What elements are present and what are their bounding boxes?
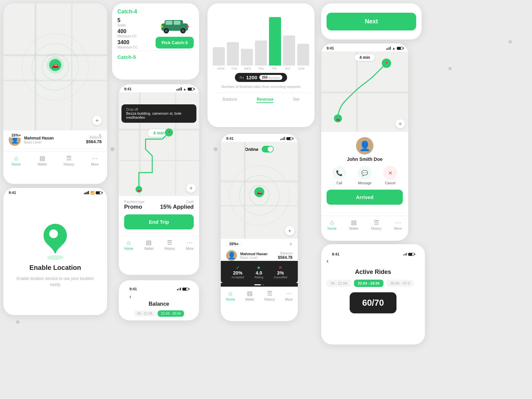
nav-history-label: History (64, 163, 74, 166)
payment-type: Promo (124, 204, 145, 210)
nav-history[interactable]: ☰ History (165, 239, 175, 251)
call-icon: 📞 (336, 170, 343, 176)
status-bar: 9:41 ▲ (119, 84, 199, 92)
pick-catch-button[interactable]: Pick Catch-3 (156, 37, 194, 48)
status-bar: 9:41 ▲ (321, 43, 408, 52)
signal-icon (280, 137, 285, 140)
battery-icon (397, 47, 403, 50)
date-tab-1[interactable]: 04 - 21.04 (134, 310, 156, 317)
nav-more[interactable]: ⋯ More (394, 219, 402, 230)
nav-home[interactable]: ⌂ Home (12, 155, 21, 166)
history-icon: ☰ (167, 239, 172, 246)
date-tab-1[interactable]: 04 - 21.04 (327, 280, 351, 287)
earnings-badge: Rs 1200 250 Bonuses (235, 73, 287, 82)
nav-more[interactable]: ⋯ More (186, 239, 194, 251)
rating-value: 4.0 (255, 270, 263, 276)
max-cc-value: 3400 (117, 39, 150, 45)
earn-main: 1200 (246, 75, 257, 80)
chart-label-6: SUN (294, 67, 308, 70)
svg-point-5 (165, 29, 168, 32)
card-revenue-chart: MONTUEWEDTHUFRISATSUN Rs 1200 250 Bonuse… (207, 3, 315, 127)
message-button[interactable]: 💬 Message (358, 166, 372, 185)
zoom-button[interactable]: ＋ (186, 183, 196, 193)
chart-bar-wrap-5 (283, 35, 295, 66)
home-icon: ⌂ (14, 155, 18, 162)
battery-icon (96, 191, 102, 194)
chart-bar-wrap-1 (227, 42, 239, 66)
accepted-label: Accepted (232, 276, 244, 279)
nav-history[interactable]: ☰ History (371, 219, 381, 230)
nav-more-label: More (285, 298, 293, 301)
signal-icon (386, 46, 391, 50)
wifi-icon: ▲ (392, 46, 395, 50)
cancel-button[interactable]: ✕ Cancel (383, 166, 397, 185)
nav-history[interactable]: ☰ History (264, 290, 275, 301)
nav-home[interactable]: ⌂ Home (226, 290, 235, 301)
wifi-icon: ▲ (183, 87, 186, 91)
card-arrived: 9:41 ▲ 4 min (321, 43, 408, 241)
nav-home[interactable]: ⌂ Home (124, 239, 133, 251)
svg-text:📍: 📍 (167, 130, 172, 135)
tab-balance[interactable]: Balance (223, 97, 237, 103)
zoom-button[interactable]: ＋ (92, 116, 102, 125)
chart-bar-wrap-2 (241, 49, 253, 66)
nav-wallet[interactable]: ▤ Wallet (349, 219, 358, 230)
dots-indicator (221, 283, 298, 287)
stat-rating: ★ 4.0 Rating (255, 265, 263, 279)
status-bar: 9:41 (221, 134, 298, 142)
user-name: Mahmud Hasan (240, 252, 267, 256)
online-label: Online (245, 147, 258, 152)
nav-home-label: Home (226, 298, 235, 301)
zoom-button[interactable]: ＋ (285, 226, 294, 235)
tab-revenue[interactable]: Revenue (257, 97, 273, 103)
back-button[interactable]: ‹ (327, 258, 329, 265)
dropoff-address: Bezza building, cameroon st, bole medhan… (126, 111, 192, 119)
more-icon: ⋯ (187, 239, 193, 246)
user-strip: 👤 Mahmud Hasan Basic Level Balance $564.… (221, 247, 298, 261)
call-button[interactable]: 📞 Call (332, 166, 346, 185)
cancelled-value: 3% (274, 270, 287, 276)
cancelled-label: Cancelled (274, 276, 287, 279)
more-icon: ⋯ (395, 219, 401, 226)
date-tab-2[interactable]: 22.04 - 29.04 (158, 310, 184, 317)
next-button[interactable]: Next (327, 13, 416, 30)
chart-bar-4 (269, 17, 281, 66)
chart-area (213, 10, 309, 67)
earn-bonus: 250 Bonuses (259, 75, 282, 80)
chart-label-0: MON (214, 67, 228, 70)
chart-bar-wrap-4 (269, 17, 281, 66)
date-tab-3[interactable]: 30.04 - 07.0 (386, 280, 414, 287)
catch-title: Catch-4 (117, 9, 194, 15)
tab-net[interactable]: Net (293, 97, 299, 103)
nav-more[interactable]: ⋯ More (285, 290, 293, 301)
nav-wallet[interactable]: ▤ Wallet (37, 155, 47, 166)
signal-icon (177, 288, 181, 290)
nav-more[interactable]: ⋯ More (91, 155, 99, 166)
status-icons (177, 288, 189, 291)
active-rides-title: Active Rides (327, 269, 420, 276)
zoom-button[interactable]: ＋ (395, 119, 405, 128)
nav-home[interactable]: ⌂ Home (328, 219, 337, 230)
back-button[interactable]: ‹ (129, 294, 131, 300)
expand-arrow[interactable]: ∧ (98, 132, 102, 138)
expand-arrow[interactable]: ∨ (289, 241, 292, 246)
svg-rect-3 (174, 21, 180, 25)
nav-history[interactable]: ☰ History (64, 155, 74, 166)
online-toggle[interactable] (262, 146, 274, 153)
end-trip-button[interactable]: End Trip (124, 214, 194, 229)
nav-wallet[interactable]: ▤ Wallet (144, 239, 153, 251)
trip-map: Drop off Bezza building, cameroon st, bo… (119, 92, 199, 196)
arrived-button[interactable]: Arrived (327, 190, 403, 205)
nav-wallet[interactable]: ▤ Wallet (245, 290, 254, 301)
location-pin-icon (42, 224, 69, 260)
history-icon: ☰ (66, 155, 72, 162)
more-icon: ⋯ (286, 290, 292, 297)
driver-name: John Smith Doe (327, 157, 403, 162)
accepted-value: 20% (232, 270, 244, 276)
car-image (160, 17, 190, 34)
nav-bar: ⌂ Home ▤ Wallet ☰ History ⋯ More (3, 152, 107, 170)
status-time: 9:41 (327, 46, 334, 50)
svg-rect-2 (166, 21, 172, 25)
eta-badge: 4 min (355, 54, 374, 61)
date-tab-2[interactable]: 22.04 - 29.04 (354, 280, 384, 287)
